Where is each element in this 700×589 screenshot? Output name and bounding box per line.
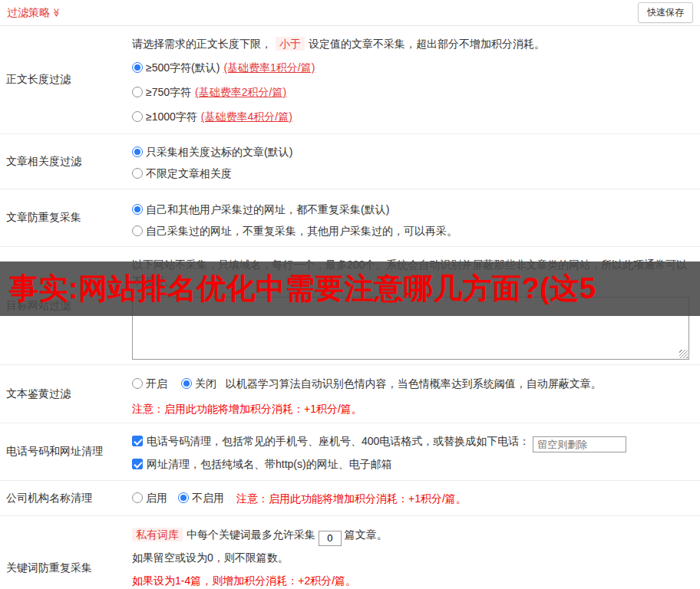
radio-icon[interactable] — [178, 492, 189, 503]
content-length-option-500[interactable]: ≥500字符(默认)(基础费率1积分/篇) — [132, 55, 694, 80]
checkbox-icon[interactable] — [132, 436, 143, 446]
fee-rate-link[interactable]: (基础费率2积分/篇) — [195, 86, 286, 98]
radio-icon[interactable] — [132, 62, 143, 73]
keyword-limit-line: 私有词库中每个关键词最多允许采集 篇文章。 — [132, 523, 694, 546]
row-content-length: 正文长度过滤 请选择需求的正文长度下限，小于设定值的文章不采集，超出部分不增加积… — [0, 26, 700, 134]
private-lexicon-tag: 私有词库 — [132, 528, 183, 541]
row-dedup-label: 文章防重复采集 — [0, 189, 132, 246]
radio-icon[interactable] — [132, 111, 143, 122]
option-label: 不启用 — [192, 492, 224, 504]
textarea-resize-grip-icon[interactable] — [679, 350, 688, 358]
fee-rate-link[interactable]: (基础费率1积分/篇) — [223, 61, 315, 74]
option-label: 电话号码清理，包括常见的手机号、座机号、400电话格式，或替换成如下电话： — [147, 435, 530, 447]
row-company: 公司机构名称清理 启用 不启用 注意：启用此功能将增加积分消耗：+1积分/篇。 — [0, 481, 700, 516]
radio-icon[interactable] — [132, 87, 143, 97]
watermark-banner: 事实:网站排名优化中需要注意哪几方面?(这5 — [0, 262, 700, 316]
radio-icon[interactable] — [132, 492, 143, 503]
watermark-text: 事实:网站排名优化中需要注意哪几方面?(这5 — [9, 269, 596, 308]
porn-filter-description: 以机器学习算法自动识别色情内容，当色情概率达到系统阈值，自动屏蔽文章。 — [226, 377, 602, 390]
company-note: 注意：启用此功能将增加积分消耗：+1积分/篇。 — [236, 489, 467, 508]
row-porn-filter: 文本鉴黄过滤 开启 关闭 以机器学习算法自动识别色情内容，当色情概率达到系统阈值… — [0, 365, 700, 423]
option-label: ≥750字符 — [146, 86, 191, 98]
intro-highlight: 小于 — [276, 37, 305, 51]
url-cleanup-option[interactable]: 网址清理，包括纯域名、带http(s)的网址、电子邮箱 — [132, 452, 694, 475]
option-label: 网址清理，包括纯域名、带http(s)的网址、电子邮箱 — [147, 458, 392, 470]
dedup-option-self[interactable]: 自己采集过的网址，不重复采集，其他用户采集过的，可以再采。 — [132, 220, 694, 242]
intro-after: 设定值的文章不采集，超出部分不增加积分消耗。 — [309, 38, 545, 50]
porn-filter-note: 注意：启用此功能将增加积分消耗：+1积分/篇。 — [132, 400, 694, 418]
page-title[interactable]: 过滤策略≫ — [7, 6, 61, 20]
radio-icon[interactable] — [132, 378, 143, 389]
checkbox-icon[interactable] — [132, 459, 143, 469]
option-label: 自己和其他用户采集过的网址，都不重复采集(默认) — [146, 203, 389, 216]
row-dedup: 文章防重复采集 自己和其他用户采集过的网址，都不重复采集(默认) 自己采集过的网… — [0, 189, 700, 247]
radio-icon[interactable] — [132, 146, 143, 157]
page-title-text: 过滤策略 — [7, 6, 50, 18]
option-label: ≥1000字符 — [146, 110, 197, 123]
option-label: 关闭 — [195, 377, 216, 390]
content-length-intro: 请选择需求的正文长度下限，小于设定值的文章不采集，超出部分不增加积分消耗。 — [132, 35, 694, 52]
quick-save-button[interactable]: 快速保存 — [638, 2, 693, 23]
porn-filter-option-on[interactable]: 开启 — [132, 377, 170, 390]
porn-filter-option-off[interactable]: 关闭 — [181, 377, 220, 390]
radio-icon[interactable] — [132, 225, 143, 236]
radio-icon[interactable] — [132, 168, 143, 179]
fee-rate-link[interactable]: (基础费率4积分/篇) — [201, 110, 292, 123]
option-label: 自己采集过的网址，不重复采集，其他用户采集过的，可以再采。 — [146, 225, 457, 237]
keyword-rule-zero: 如果留空或设为0，则不限篇数。 — [132, 546, 694, 569]
option-label: 不限定文章相关度 — [146, 167, 232, 179]
porn-filter-options: 开启 关闭 以机器学习算法自动识别色情内容，当色情概率达到系统阈值，自动屏蔽文章… — [132, 374, 694, 393]
option-label: 开启 — [146, 377, 167, 390]
keyword-rule-1-4: 如果设为1-4篇，则增加积分消耗：+2积分/篇。 — [132, 569, 694, 589]
row-company-label: 公司机构名称清理 — [0, 481, 132, 515]
row-content-length-label: 正文长度过滤 — [0, 26, 132, 133]
option-label: 只采集相关度达标的文章(默认) — [146, 146, 292, 158]
keyword-limit-suffix: 篇文章。 — [345, 528, 388, 541]
content-length-option-750[interactable]: ≥750字符(基础费率2积分/篇) — [132, 80, 694, 104]
relevance-option-strict[interactable]: 只采集相关度达标的文章(默认) — [132, 141, 694, 163]
row-relevance-label: 文章相关度过滤 — [0, 134, 132, 189]
keyword-limit-input[interactable] — [319, 531, 342, 546]
content-length-option-1000[interactable]: ≥1000字符(基础费率4积分/篇) — [132, 104, 694, 129]
row-relevance: 文章相关度过滤 只采集相关度达标的文章(默认) 不限定文章相关度 — [0, 134, 700, 189]
chevron-double-down-icon: ≫ — [51, 8, 61, 17]
row-keyword-dedup: 关键词防重复采集 私有词库中每个关键词最多允许采集 篇文章。 如果留空或设为0，… — [0, 516, 700, 589]
row-phone-url: 电话号码和网址清理 电话号码清理，包括常见的手机号、座机号、400电话格式，或替… — [0, 423, 700, 481]
radio-icon[interactable] — [181, 378, 192, 389]
option-label: 启用 — [146, 492, 167, 504]
company-option-off[interactable]: 不启用 — [178, 492, 224, 505]
row-keyword-dedup-label: 关键词防重复采集 — [0, 516, 132, 589]
option-label: ≥500字符(默认) — [146, 61, 220, 74]
keyword-limit-text: 中每个关键词最多允许采集 — [187, 528, 315, 541]
phone-cleanup-option[interactable]: 电话号码清理，包括常见的手机号、座机号、400电话格式，或替换成如下电话： — [132, 429, 694, 452]
dedup-option-global[interactable]: 自己和其他用户采集过的网址，都不重复采集(默认) — [132, 199, 694, 220]
radio-icon[interactable] — [132, 204, 143, 215]
filter-strategy-page: 过滤策略≫ 快速保存 正文长度过滤 请选择需求的正文长度下限，小于设定值的文章不… — [0, 0, 700, 589]
intro-before: 请选择需求的正文长度下限， — [132, 38, 272, 50]
row-phone-url-label: 电话号码和网址清理 — [0, 423, 132, 480]
relevance-option-any[interactable]: 不限定文章相关度 — [132, 163, 694, 184]
topbar: 过滤策略≫ 快速保存 — [0, 0, 700, 26]
replacement-phone-input[interactable] — [533, 436, 626, 452]
company-option-on[interactable]: 启用 — [132, 492, 167, 505]
row-porn-filter-label: 文本鉴黄过滤 — [0, 365, 132, 423]
